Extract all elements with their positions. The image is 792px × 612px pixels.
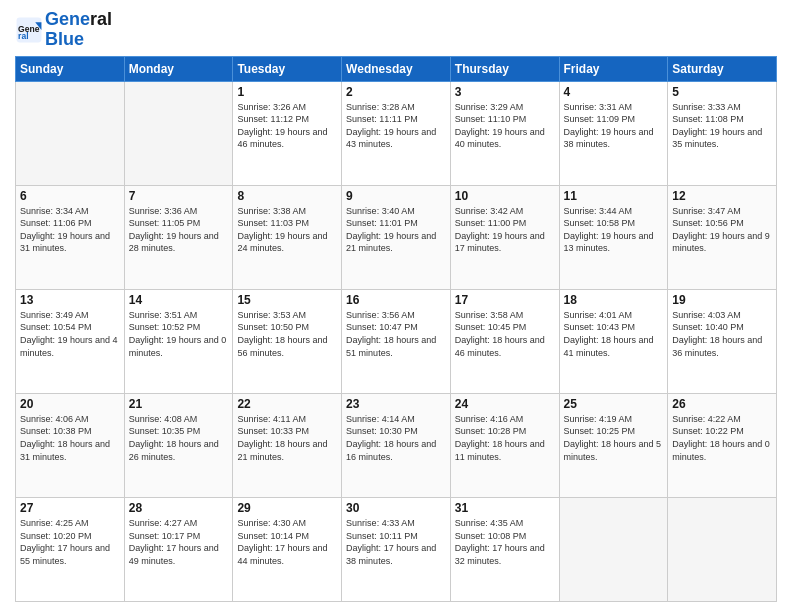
calendar-week-row: 13Sunrise: 3:49 AM Sunset: 10:54 PM Dayl…: [16, 289, 777, 393]
calendar-day-cell: 2Sunrise: 3:28 AM Sunset: 11:11 PM Dayli…: [342, 81, 451, 185]
calendar-day-cell: 15Sunrise: 3:53 AM Sunset: 10:50 PM Dayl…: [233, 289, 342, 393]
logo: Gene ral General Blue: [15, 10, 112, 50]
day-info: Sunrise: 4:27 AM Sunset: 10:17 PM Daylig…: [129, 517, 229, 567]
day-number: 27: [20, 501, 120, 515]
calendar-day-cell: 22Sunrise: 4:11 AM Sunset: 10:33 PM Dayl…: [233, 393, 342, 497]
day-number: 17: [455, 293, 555, 307]
day-of-week-header: Saturday: [668, 56, 777, 81]
calendar-day-cell: 28Sunrise: 4:27 AM Sunset: 10:17 PM Dayl…: [124, 497, 233, 601]
day-info: Sunrise: 4:11 AM Sunset: 10:33 PM Daylig…: [237, 413, 337, 463]
day-number: 4: [564, 85, 664, 99]
day-number: 28: [129, 501, 229, 515]
day-number: 30: [346, 501, 446, 515]
calendar-day-cell: 11Sunrise: 3:44 AM Sunset: 10:58 PM Dayl…: [559, 185, 668, 289]
day-info: Sunrise: 3:42 AM Sunset: 11:00 PM Daylig…: [455, 205, 555, 255]
calendar-week-row: 1Sunrise: 3:26 AM Sunset: 11:12 PM Dayli…: [16, 81, 777, 185]
day-info: Sunrise: 3:28 AM Sunset: 11:11 PM Daylig…: [346, 101, 446, 151]
day-info: Sunrise: 3:44 AM Sunset: 10:58 PM Daylig…: [564, 205, 664, 255]
day-number: 25: [564, 397, 664, 411]
day-info: Sunrise: 4:01 AM Sunset: 10:43 PM Daylig…: [564, 309, 664, 359]
day-number: 6: [20, 189, 120, 203]
day-number: 23: [346, 397, 446, 411]
day-number: 31: [455, 501, 555, 515]
logo-text: General Blue: [45, 10, 112, 50]
day-info: Sunrise: 4:35 AM Sunset: 10:08 PM Daylig…: [455, 517, 555, 567]
svg-text:ral: ral: [18, 31, 28, 41]
calendar-day-cell: 12Sunrise: 3:47 AM Sunset: 10:56 PM Dayl…: [668, 185, 777, 289]
header: Gene ral General Blue: [15, 10, 777, 50]
day-info: Sunrise: 3:29 AM Sunset: 11:10 PM Daylig…: [455, 101, 555, 151]
day-number: 20: [20, 397, 120, 411]
day-info: Sunrise: 4:14 AM Sunset: 10:30 PM Daylig…: [346, 413, 446, 463]
calendar-day-cell: 24Sunrise: 4:16 AM Sunset: 10:28 PM Dayl…: [450, 393, 559, 497]
day-info: Sunrise: 4:25 AM Sunset: 10:20 PM Daylig…: [20, 517, 120, 567]
day-info: Sunrise: 3:49 AM Sunset: 10:54 PM Daylig…: [20, 309, 120, 359]
calendar-day-cell: 10Sunrise: 3:42 AM Sunset: 11:00 PM Dayl…: [450, 185, 559, 289]
calendar-day-cell: 31Sunrise: 4:35 AM Sunset: 10:08 PM Dayl…: [450, 497, 559, 601]
day-info: Sunrise: 4:06 AM Sunset: 10:38 PM Daylig…: [20, 413, 120, 463]
page: Gene ral General Blue SundayMondayTuesda…: [0, 0, 792, 612]
day-number: 13: [20, 293, 120, 307]
day-info: Sunrise: 4:03 AM Sunset: 10:40 PM Daylig…: [672, 309, 772, 359]
calendar-day-cell: 4Sunrise: 3:31 AM Sunset: 11:09 PM Dayli…: [559, 81, 668, 185]
day-number: 19: [672, 293, 772, 307]
calendar-day-cell: 7Sunrise: 3:36 AM Sunset: 11:05 PM Dayli…: [124, 185, 233, 289]
day-info: Sunrise: 3:51 AM Sunset: 10:52 PM Daylig…: [129, 309, 229, 359]
day-info: Sunrise: 3:33 AM Sunset: 11:08 PM Daylig…: [672, 101, 772, 151]
day-number: 8: [237, 189, 337, 203]
day-number: 14: [129, 293, 229, 307]
day-info: Sunrise: 3:31 AM Sunset: 11:09 PM Daylig…: [564, 101, 664, 151]
day-info: Sunrise: 4:19 AM Sunset: 10:25 PM Daylig…: [564, 413, 664, 463]
calendar-day-cell: [559, 497, 668, 601]
day-info: Sunrise: 3:47 AM Sunset: 10:56 PM Daylig…: [672, 205, 772, 255]
day-info: Sunrise: 3:34 AM Sunset: 11:06 PM Daylig…: [20, 205, 120, 255]
calendar-day-cell: [668, 497, 777, 601]
calendar-day-cell: 20Sunrise: 4:06 AM Sunset: 10:38 PM Dayl…: [16, 393, 125, 497]
day-of-week-header: Monday: [124, 56, 233, 81]
day-number: 11: [564, 189, 664, 203]
calendar-day-cell: 14Sunrise: 3:51 AM Sunset: 10:52 PM Dayl…: [124, 289, 233, 393]
day-number: 2: [346, 85, 446, 99]
day-number: 18: [564, 293, 664, 307]
calendar-day-cell: 5Sunrise: 3:33 AM Sunset: 11:08 PM Dayli…: [668, 81, 777, 185]
day-info: Sunrise: 4:08 AM Sunset: 10:35 PM Daylig…: [129, 413, 229, 463]
day-of-week-header: Thursday: [450, 56, 559, 81]
day-info: Sunrise: 3:40 AM Sunset: 11:01 PM Daylig…: [346, 205, 446, 255]
day-number: 7: [129, 189, 229, 203]
day-number: 3: [455, 85, 555, 99]
day-number: 16: [346, 293, 446, 307]
calendar-week-row: 27Sunrise: 4:25 AM Sunset: 10:20 PM Dayl…: [16, 497, 777, 601]
day-number: 5: [672, 85, 772, 99]
day-number: 24: [455, 397, 555, 411]
calendar-week-row: 20Sunrise: 4:06 AM Sunset: 10:38 PM Dayl…: [16, 393, 777, 497]
day-number: 22: [237, 397, 337, 411]
calendar-day-cell: 16Sunrise: 3:56 AM Sunset: 10:47 PM Dayl…: [342, 289, 451, 393]
day-info: Sunrise: 3:58 AM Sunset: 10:45 PM Daylig…: [455, 309, 555, 359]
day-number: 9: [346, 189, 446, 203]
calendar-day-cell: 9Sunrise: 3:40 AM Sunset: 11:01 PM Dayli…: [342, 185, 451, 289]
day-number: 15: [237, 293, 337, 307]
day-number: 29: [237, 501, 337, 515]
calendar-day-cell: 17Sunrise: 3:58 AM Sunset: 10:45 PM Dayl…: [450, 289, 559, 393]
calendar-day-cell: 29Sunrise: 4:30 AM Sunset: 10:14 PM Dayl…: [233, 497, 342, 601]
day-info: Sunrise: 3:56 AM Sunset: 10:47 PM Daylig…: [346, 309, 446, 359]
day-info: Sunrise: 3:53 AM Sunset: 10:50 PM Daylig…: [237, 309, 337, 359]
day-number: 26: [672, 397, 772, 411]
day-number: 1: [237, 85, 337, 99]
calendar-day-cell: 30Sunrise: 4:33 AM Sunset: 10:11 PM Dayl…: [342, 497, 451, 601]
day-info: Sunrise: 4:22 AM Sunset: 10:22 PM Daylig…: [672, 413, 772, 463]
day-of-week-header: Sunday: [16, 56, 125, 81]
day-info: Sunrise: 3:36 AM Sunset: 11:05 PM Daylig…: [129, 205, 229, 255]
calendar-table: SundayMondayTuesdayWednesdayThursdayFrid…: [15, 56, 777, 602]
calendar-week-row: 6Sunrise: 3:34 AM Sunset: 11:06 PM Dayli…: [16, 185, 777, 289]
day-info: Sunrise: 4:30 AM Sunset: 10:14 PM Daylig…: [237, 517, 337, 567]
day-info: Sunrise: 3:26 AM Sunset: 11:12 PM Daylig…: [237, 101, 337, 151]
day-info: Sunrise: 4:33 AM Sunset: 10:11 PM Daylig…: [346, 517, 446, 567]
calendar-day-cell: 23Sunrise: 4:14 AM Sunset: 10:30 PM Dayl…: [342, 393, 451, 497]
calendar-day-cell: 3Sunrise: 3:29 AM Sunset: 11:10 PM Dayli…: [450, 81, 559, 185]
logo-icon: Gene ral: [15, 16, 43, 44]
calendar-day-cell: 19Sunrise: 4:03 AM Sunset: 10:40 PM Dayl…: [668, 289, 777, 393]
calendar-day-cell: [124, 81, 233, 185]
calendar-day-cell: 13Sunrise: 3:49 AM Sunset: 10:54 PM Dayl…: [16, 289, 125, 393]
calendar-day-cell: 8Sunrise: 3:38 AM Sunset: 11:03 PM Dayli…: [233, 185, 342, 289]
